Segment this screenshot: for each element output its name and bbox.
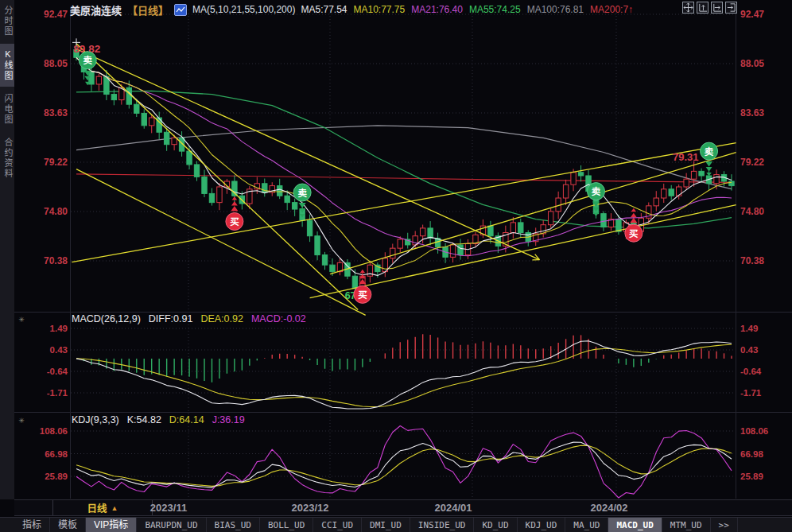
tab->>[interactable]: >> [711,518,738,532]
tab-BOLL_UD[interactable]: BOLL_UD [260,518,313,532]
svg-text:92.47: 92.47 [740,9,764,20]
svg-text:108.06: 108.06 [740,426,768,436]
tab-BARUPDN_UD[interactable]: BARUPDN_UD [137,518,206,532]
macd-params-label: MACD(26,12,9) [72,313,141,324]
macd-header: MACD(26,12,9) DIFF:0.91 DEA:0.92 MACD:-0… [72,313,306,324]
svg-text:买: 买 [230,217,239,227]
svg-text:0.43: 0.43 [740,345,758,355]
kdj-j-value: J:36.19 [212,414,245,425]
left-sidebar: 分时图K线图闪电图合约资料 [0,0,14,499]
kdj-settings-icon[interactable]: ✳ [17,417,26,425]
svg-text:83.63: 83.63 [740,107,764,118]
tab-INSIDE_UD[interactable]: INSIDE_UD [410,518,475,532]
tab-KD_UD[interactable]: KD_UD [474,518,517,532]
tab-DMI_UD[interactable]: DMI_UD [362,518,410,532]
svg-text:88.05: 88.05 [740,58,764,69]
svg-text:74.80: 74.80 [740,206,764,217]
ma-legend-item: MA100:76.81 [527,4,584,15]
svg-text:买: 买 [358,290,367,300]
tab-KDJ_UD[interactable]: KDJ_UD [518,518,566,532]
month-label: 2023/12 [292,502,329,514]
svg-text:卖: 卖 [592,186,601,196]
scale-up-icon[interactable] [697,2,709,14]
period-tag: 【日线】 [127,2,169,17]
triangle-up-icon: ▲ [111,504,118,512]
kdj-k-value: K:54.82 [127,414,161,425]
svg-text:79.31: 79.31 [673,151,699,163]
svg-text:92.47: 92.47 [44,9,68,20]
svg-text:108.06: 108.06 [40,426,68,436]
svg-text:卖: 卖 [297,188,307,198]
chart-type-icon[interactable] [174,4,187,16]
tab-CCI_UD[interactable]: CCI_UD [313,518,362,532]
month-label: 2023/11 [150,502,187,514]
tab-指标[interactable]: 指标 [14,518,50,532]
tab-VIP指标[interactable]: VIP指标 [86,518,137,532]
macd-settings-icon[interactable]: ✳ [17,316,26,324]
ma-legend-item: MA21:76.40 [411,4,463,15]
sidebar-item-闪电图[interactable]: 闪电图 [0,88,14,130]
period-selector-label: 日线 [87,500,107,515]
macd-diff-value: DIFF:0.91 [149,313,193,324]
ma-legend-item: MA10:77.75 [354,4,406,15]
instrument-title: 美原油连续 [70,2,122,17]
indicator-tab-bar: 指标模板VIP指标BARUPDN_UDBIAS_UDBOLL_UDCCI_UDD… [0,517,792,532]
crosshair-icon[interactable] [682,2,694,14]
svg-text:66.98: 66.98 [45,449,68,459]
svg-text:1.49: 1.49 [740,324,758,333]
svg-text:1.49: 1.49 [50,324,68,333]
svg-text:-0.64: -0.64 [47,367,68,376]
scale-right-icon[interactable] [711,2,723,14]
svg-text:70.38: 70.38 [44,255,68,266]
svg-text:卖: 卖 [83,55,92,65]
window-controls [682,2,737,14]
ma-legend-item: MA200:7↑ [590,4,633,15]
tab-MA_UD[interactable]: MA_UD [565,518,608,532]
tab-MACD_UD[interactable]: MACD_UD [608,518,662,532]
svg-text:83.63: 83.63 [44,107,68,118]
ma-params-label: MA(5,10,21,55,100,200) [192,4,295,15]
svg-text:25.89: 25.89 [740,472,763,481]
date-axis-row: 日线 ▲ 2023/11 2023/12 2024/01 2024/02 [14,499,792,516]
exit-icon[interactable] [725,2,737,14]
top-bar: 美原油连续 【日线】 MA(5,10,21,55,100,200) MA5:77… [70,2,633,17]
tab-BIAS_UD[interactable]: BIAS_UD [207,518,260,532]
macd-macd-value: MACD:-0.02 [251,313,306,324]
kdj-params-label: KDJ(9,3,3) [72,414,119,425]
arrow-up-icon: ↑ [628,4,633,15]
ma-legend-item: MA5:77.54 [301,4,347,15]
svg-text:-0.64: -0.64 [740,367,762,376]
svg-text:卖: 卖 [705,146,714,157]
month-label: 2024/01 [435,502,472,514]
kdj-header: KDJ(9,3,3) K:54.82 D:64.14 J:36.19 [72,414,245,425]
month-label: 2024/02 [591,502,628,514]
svg-text:88.05: 88.05 [44,58,68,69]
sidebar-item-合约资料[interactable]: 合约资料 [0,132,14,184]
main-chart[interactable]: 92.4792.4788.0588.0583.6383.6379.2279.22… [0,0,792,532]
svg-text:买: 买 [629,229,639,239]
ma-legend-item: MA55:74.25 [469,4,521,15]
tab-MTM_UD[interactable]: MTM_UD [662,518,711,532]
svg-text:79.22: 79.22 [740,157,764,168]
svg-text:-1.71: -1.71 [47,388,68,398]
svg-text:79.22: 79.22 [44,157,68,168]
app-window: 92.4792.4788.0588.0583.6383.6379.2279.22… [0,0,792,532]
svg-text:-1.71: -1.71 [740,388,762,398]
svg-text:0.43: 0.43 [50,345,68,355]
sidebar-item-分时图[interactable]: 分时图 [0,0,14,42]
svg-text:70.38: 70.38 [740,255,764,266]
sidebar-item-K线图[interactable]: K线图 [0,44,14,87]
ma-legend: MA5:77.54MA10:77.75MA21:76.40MA55:74.25M… [301,4,633,15]
svg-text:66.98: 66.98 [740,449,763,459]
svg-text:25.89: 25.89 [45,472,68,481]
macd-dea-value: DEA:0.92 [200,313,243,324]
tab-模板[interactable]: 模板 [50,518,86,532]
svg-text:74.80: 74.80 [44,206,68,217]
period-selector[interactable]: 日线 ▲ [52,500,153,515]
kdj-d-value: D:64.14 [169,414,204,425]
